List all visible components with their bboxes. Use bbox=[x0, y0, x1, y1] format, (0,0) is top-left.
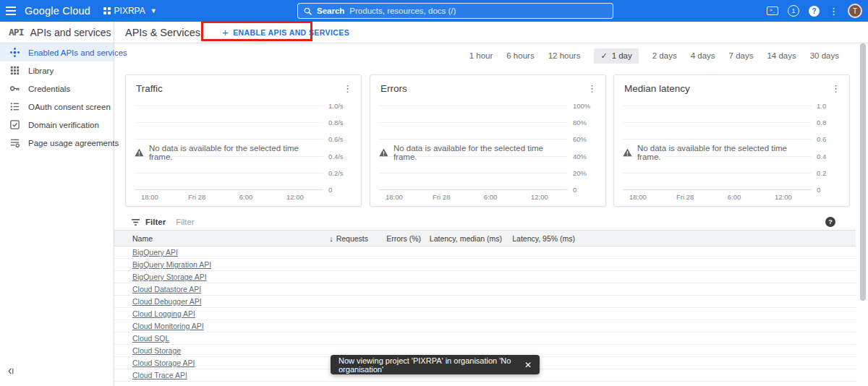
sort-descending-icon: ↓ bbox=[329, 234, 333, 243]
column-header-latency-median[interactable]: Latency, median (ms) bbox=[421, 234, 502, 243]
time-range-1-day[interactable]: ✓ 1 day bbox=[594, 48, 638, 64]
table-row: Cloud Logging API bbox=[114, 308, 856, 320]
chart-more-options-icon[interactable]: ⋮ bbox=[831, 85, 841, 93]
drawer-header: API APIs and services bbox=[0, 22, 114, 43]
api-link[interactable]: Cloud SQL bbox=[132, 334, 169, 343]
sidebar-item-label: Credentials bbox=[28, 85, 70, 93]
vertical-scrollbar[interactable] bbox=[860, 43, 866, 301]
search-icon bbox=[304, 7, 312, 15]
api-link[interactable]: Cloud Storage API bbox=[132, 359, 195, 367]
key-icon bbox=[9, 83, 20, 94]
project-name: PIXRPA bbox=[114, 6, 145, 16]
table-filter-bar: Filter Filter ? bbox=[114, 214, 856, 230]
api-link[interactable]: Cloud Monitoring API bbox=[132, 322, 204, 330]
help-icon[interactable]: ? bbox=[809, 6, 820, 17]
enable-apis-button[interactable]: + ENABLE APIS AND SERVICES bbox=[222, 26, 349, 38]
chart-plot-area: 100% 80% 60% 40% 20% 0 No data is availa… bbox=[379, 106, 568, 189]
y-axis-tick: 0 bbox=[573, 186, 576, 194]
time-range-7-days[interactable]: 7 days bbox=[729, 51, 754, 60]
filter-label: Filter bbox=[145, 218, 166, 226]
chart-card-traffic: Traffic ⋮ 1.0/s 0.8/s 0.6/s 0.4/s 0.2/s … bbox=[125, 74, 362, 207]
time-range-selector: 1 hour 6 hours 12 hours ✓ 1 day 2 days 4… bbox=[114, 46, 855, 65]
api-link[interactable]: BigQuery API bbox=[132, 248, 178, 257]
warning-icon bbox=[623, 148, 632, 157]
search-input[interactable]: Search Products, resources, docs (/) bbox=[297, 3, 613, 19]
sidebar-item-enabled-apis[interactable]: Enabled APIs and services bbox=[0, 43, 114, 61]
cloud-shell-icon[interactable]: >_ bbox=[767, 7, 778, 15]
time-range-selected-label: 1 day bbox=[612, 51, 632, 60]
avatar[interactable]: T bbox=[848, 4, 862, 18]
api-link[interactable]: Cloud Logging API bbox=[132, 309, 195, 318]
api-link[interactable]: Cloud Trace API bbox=[132, 371, 187, 379]
time-range-2-days[interactable]: 2 days bbox=[652, 51, 677, 60]
api-link[interactable]: Cloud Debugger API bbox=[132, 297, 202, 306]
y-axis-tick: 0 bbox=[817, 186, 820, 194]
close-icon[interactable]: ✕ bbox=[519, 360, 532, 370]
no-data-message: No data is available for the selected ti… bbox=[623, 144, 812, 161]
y-axis-tick: 1.0 bbox=[817, 102, 826, 110]
table-row: Cloud Debugger API bbox=[114, 296, 856, 308]
time-range-6-hours[interactable]: 6 hours bbox=[506, 51, 534, 60]
chart-plot-area: 1.0/s 0.8/s 0.6/s 0.4/s 0.2/s 0 No data … bbox=[135, 106, 323, 189]
checkbox-icon bbox=[9, 119, 20, 130]
sidebar-item-label: Page usage agreements bbox=[28, 139, 119, 147]
api-link[interactable]: Cloud Storage bbox=[132, 346, 181, 355]
chart-title: Errors bbox=[380, 83, 407, 94]
x-axis-ticks: 18:00 Fri 28 6:00 12:00 bbox=[623, 193, 812, 202]
y-axis-tick: 20% bbox=[573, 169, 587, 177]
sidebar: Enabled APIs and services Library Creden… bbox=[0, 43, 114, 386]
y-axis-tick: 0.4 bbox=[817, 153, 826, 160]
google-cloud-logo[interactable]: Google Cloud bbox=[25, 5, 90, 17]
enable-apis-button-label: ENABLE APIS AND SERVICES bbox=[233, 28, 349, 37]
y-axis-tick: 100% bbox=[573, 102, 590, 110]
time-range-1-hour[interactable]: 1 hour bbox=[469, 51, 493, 60]
hamburger-menu-icon[interactable] bbox=[0, 0, 22, 22]
time-range-30-days[interactable]: 30 days bbox=[810, 51, 839, 60]
y-axis-tick: 0.6/s bbox=[328, 135, 344, 143]
search-placeholder: Products, resources, docs (/) bbox=[349, 7, 456, 15]
plus-icon: + bbox=[222, 26, 229, 38]
y-axis-tick: 0 bbox=[328, 186, 332, 194]
no-data-message: No data is available for the selected ti… bbox=[379, 144, 568, 161]
filter-icon bbox=[131, 218, 140, 226]
y-axis-tick: 0.8 bbox=[817, 119, 826, 126]
sidebar-item-oauth-consent[interactable]: OAuth consent screen bbox=[0, 98, 114, 116]
sidebar-item-library[interactable]: Library bbox=[0, 61, 114, 80]
more-options-icon[interactable]: ⋮ bbox=[829, 6, 838, 17]
filter-input[interactable]: Filter bbox=[176, 218, 825, 226]
enabled-apis-icon bbox=[9, 47, 20, 58]
time-range-4-days[interactable]: 4 days bbox=[691, 51, 715, 60]
chart-more-options-icon[interactable]: ⋮ bbox=[587, 85, 597, 93]
toast-message: Now viewing project 'PIXRPA' in organisa… bbox=[339, 356, 519, 374]
table-header-row: Name ↓ Requests Errors (%) Latency, medi… bbox=[114, 230, 856, 246]
library-icon bbox=[9, 65, 20, 76]
chart-more-options-icon[interactable]: ⋮ bbox=[343, 85, 352, 93]
api-link[interactable]: BigQuery Storage API bbox=[132, 273, 207, 281]
collapse-sidebar-icon[interactable] bbox=[6, 366, 15, 379]
chart-card-errors: Errors ⋮ 100% 80% 60% 40% 20% 0 No data … bbox=[370, 74, 606, 207]
notifications-badge[interactable]: 1 bbox=[788, 5, 799, 17]
search-label: Search bbox=[317, 7, 344, 15]
apis-services-logo-icon: API bbox=[9, 27, 23, 38]
sidebar-item-label: Library bbox=[28, 67, 54, 75]
time-range-12-hours[interactable]: 12 hours bbox=[548, 51, 581, 60]
time-range-14-days[interactable]: 14 days bbox=[767, 51, 796, 60]
project-selector[interactable]: PIXRPA ▼ bbox=[103, 6, 157, 16]
chevron-down-icon: ▼ bbox=[150, 7, 157, 14]
table-help-icon[interactable]: ? bbox=[825, 217, 835, 227]
sidebar-item-page-usage[interactable]: Page usage agreements bbox=[0, 134, 114, 152]
column-header-requests[interactable]: ↓ Requests bbox=[250, 234, 368, 243]
sidebar-item-credentials[interactable]: Credentials bbox=[0, 80, 114, 98]
sidebar-item-domain-verification[interactable]: Domain verification bbox=[0, 116, 114, 134]
table-row: BigQuery API bbox=[114, 246, 856, 259]
column-header-name[interactable]: Name bbox=[114, 234, 250, 243]
y-axis-tick: 0.4/s bbox=[328, 153, 344, 160]
x-axis-ticks: 18:00 Fri 28 6:00 12:00 bbox=[379, 193, 568, 202]
column-header-latency-95[interactable]: Latency, 95% (ms) bbox=[502, 234, 575, 243]
column-header-errors[interactable]: Errors (%) bbox=[368, 234, 421, 243]
warning-icon bbox=[135, 148, 144, 157]
api-link[interactable]: BigQuery Migration API bbox=[132, 260, 211, 269]
agreements-doc-icon bbox=[9, 137, 20, 148]
table-row: Cloud Monitoring API bbox=[114, 320, 856, 333]
api-link[interactable]: Cloud Datastore API bbox=[132, 285, 201, 293]
